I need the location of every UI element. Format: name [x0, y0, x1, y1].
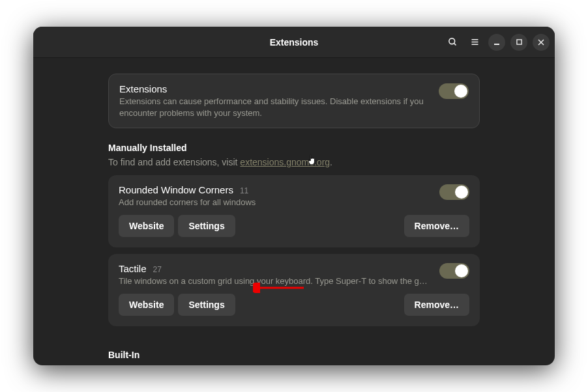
maximize-button[interactable]: [510, 34, 527, 51]
extension-version: 27: [153, 265, 162, 274]
website-button[interactable]: Website: [119, 294, 174, 316]
extensions-site-link[interactable]: extensions.gnome.org: [240, 157, 330, 167]
svg-line-1: [454, 43, 456, 45]
menu-icon[interactable]: [466, 34, 483, 51]
manual-section-sub: To find and add extensions, visit extens…: [108, 157, 480, 167]
extension-name: Tactile: [119, 263, 147, 274]
settings-button[interactable]: Settings: [178, 215, 235, 237]
svg-rect-6: [516, 40, 521, 44]
extension-card-rounded-window-corners: Rounded Window Corners11 Add rounded cor…: [108, 175, 480, 247]
titlebar-controls: [444, 34, 550, 51]
remove-button[interactable]: Remove…: [404, 294, 469, 316]
extension-name: Rounded Window Corners: [119, 184, 233, 195]
extension-toggle[interactable]: [439, 184, 469, 200]
manual-section-heading: Manually Installed: [108, 143, 480, 153]
global-title: Extensions: [119, 83, 430, 94]
content-area[interactable]: Extensions Extensions can cause performa…: [33, 58, 555, 365]
extension-desc: Tile windows on a custom grid using your…: [119, 276, 430, 286]
global-extensions-toggle[interactable]: [439, 83, 469, 99]
minimize-button[interactable]: [488, 34, 505, 51]
extension-version: 11: [240, 186, 248, 195]
remove-button[interactable]: Remove…: [404, 215, 469, 237]
svg-point-0: [448, 38, 454, 44]
extension-desc: Add rounded corners for all windows: [119, 197, 430, 207]
global-desc: Extensions can cause performance and sta…: [119, 96, 430, 119]
search-icon[interactable]: [444, 34, 461, 51]
extension-toggle[interactable]: [439, 263, 469, 279]
extensions-window: Extensions Extensions: [33, 27, 555, 365]
titlebar: Extensions: [33, 27, 555, 58]
global-extensions-card: Extensions Extensions can cause performa…: [108, 74, 480, 128]
window-title: Extensions: [270, 37, 319, 48]
website-button[interactable]: Website: [119, 215, 174, 237]
builtin-section-heading: Built-In: [108, 350, 480, 360]
close-button[interactable]: [533, 34, 550, 51]
extension-card-tactile: Tactile27 Tile windows on a custom grid …: [108, 254, 480, 326]
settings-button[interactable]: Settings: [178, 294, 235, 316]
